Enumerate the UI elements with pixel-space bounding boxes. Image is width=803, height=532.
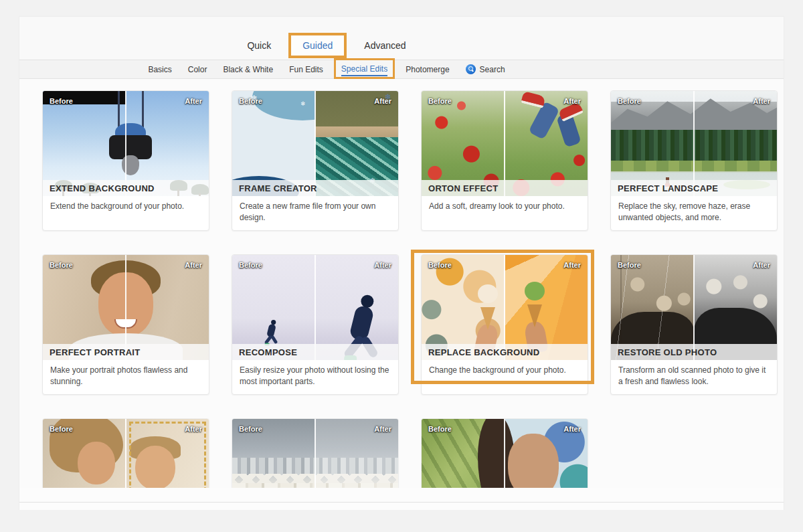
tab-color[interactable]: Color [188,65,207,74]
card-title-band: REPLACE BACKGROUND [422,344,588,360]
after-label: After [374,261,391,269]
before-after-preview: Before After [232,419,398,488]
before-after-preview: Before After PERFECT LANDSCAPE [611,91,777,196]
card-title: PERFECT PORTRAIT [50,347,141,357]
card-restore-old-photo[interactable]: Before After RESTORE OLD PHOTO Transform… [610,254,778,395]
before-after-preview: Before After PERFECT PORTRAIT [43,255,209,360]
art-layer [527,304,542,327]
tab-quick[interactable]: Quick [247,39,271,52]
card-description: Make your portrait photos flawless and s… [43,360,209,392]
tab-advanced[interactable]: Advanced [364,39,406,52]
before-label: Before [50,425,73,433]
before-after-preview: Before After RESTORE OLD PHOTO [611,255,777,360]
before-after-preview: Before After [422,419,588,488]
before-label: Before [239,261,262,269]
art-layer [508,434,559,488]
card-title: REPLACE BACKGROUND [428,347,539,357]
before-label: Before [428,97,452,105]
card-description: Replace the sky, remove haze, erase unwa… [611,196,777,228]
art-layer [353,306,371,340]
before-after-divider [125,419,126,488]
card-description: Change the background of your photo. [422,360,588,381]
card-extend-background[interactable]: Before After EXTEND BACKGROUND Extend th… [42,90,209,231]
card-description: Create a new frame file from your own de… [232,196,398,228]
art-layer [525,282,545,300]
card-description: Extend the background of your photo. [43,196,209,217]
card-perfect-portrait[interactable]: Before After PERFECT PORTRAIT Make your … [42,254,209,395]
category-bar: Basics Color Black & White Fun Edits Spe… [19,60,784,79]
before-after-preview: ❄ ❄ ❄ ❄ Before After FRAME CREATOR [232,91,398,196]
after-label: After [185,425,202,433]
card-title-band: RECOMPOSE [232,344,398,360]
card-frame-creator[interactable]: ❄ ❄ ❄ ❄ Before After FRAME CREATOR Creat… [232,90,399,231]
snowflake-icon: ❄ [300,100,306,107]
card-grid: Before After EXTEND BACKGROUND Extend th… [19,79,782,488]
footer-strip [19,488,784,503]
card-partial-watercolor[interactable]: Before After [421,418,588,488]
before-label: Before [428,261,452,269]
annotation-guided-highlight: Guided [288,33,347,58]
after-label: After [563,261,581,269]
guided-edits-content[interactable]: Before After EXTEND BACKGROUND Extend th… [19,79,784,488]
guided-edit-panel: Quick Guided Advanced Basics Color Black… [19,16,784,510]
card-partial-family-frame[interactable]: Before After [42,418,209,488]
before-after-preview: Before After EXTEND BACKGROUND [43,91,209,196]
after-label: After [374,97,391,105]
before-after-divider [315,419,316,488]
mode-bar: Quick Guided Advanced [19,17,784,60]
card-replace-background[interactable]: Before After REPLACE BACKGROUND Change t… [421,254,588,395]
search-icon [466,64,476,74]
card-partial-city-tiltshift[interactable]: Before After [232,418,399,488]
card-orton-effect[interactable]: Before After ORTON EFFECT Add a soft, dr… [421,90,588,231]
annotation-special-edits-highlight: Special Edits [334,58,395,79]
card-perfect-landscape[interactable]: Before After PERFECT LANDSCAPE Replace t… [610,90,778,231]
art-layer [268,324,274,337]
card-recompose[interactable]: Before After RECOMPOSE Easily resize you… [232,254,399,395]
tab-photomerge[interactable]: Photomerge [406,65,449,74]
tab-fun-edits[interactable]: Fun Edits [289,65,323,74]
before-label: Before [50,97,73,105]
after-label: After [185,261,202,269]
card-title: FRAME CREATOR [239,183,317,193]
tab-guided[interactable]: Guided [302,40,333,51]
tab-basics[interactable]: Basics [148,65,171,74]
after-label: After [753,261,770,269]
after-label: After [563,97,581,105]
before-label: Before [50,261,73,269]
before-after-preview: Before After [43,419,209,488]
after-label: After [563,425,581,433]
art-layer [480,307,495,330]
before-after-preview: Before After REPLACE BACKGROUND [422,255,588,360]
tab-special-edits[interactable]: Special Edits [341,64,387,76]
card-title-band: ORTON EFFECT [422,180,588,196]
card-title-band: PERFECT PORTRAIT [43,344,209,360]
card-title-band: PERFECT LANDSCAPE [611,180,777,196]
card-title: ORTON EFFECT [428,183,498,193]
card-description: Transform an old scanned photo to give i… [611,360,777,392]
search-label: Search [480,65,505,74]
before-after-preview: Before After ORTON EFFECT [422,91,588,196]
tab-black-white[interactable]: Black & White [223,65,273,74]
footer-strip [19,503,784,510]
before-label: Before [618,97,641,105]
card-title-band: EXTEND BACKGROUND [43,180,209,196]
card-title-band: FRAME CREATOR [232,180,398,196]
card-description: Add a soft, dreamy look to your photo. [422,196,588,217]
card-title: EXTEND BACKGROUND [50,183,155,193]
before-label: Before [239,425,262,433]
search-control[interactable]: Search [466,64,505,74]
art-layer [78,442,115,484]
card-title: RESTORE OLD PHOTO [618,347,717,357]
after-label: After [753,97,770,105]
before-label: Before [239,97,262,105]
after-label: After [185,97,202,105]
category-tabs: Basics Color Black & White Fun Edits Spe… [148,63,505,76]
art-layer [478,284,498,303]
card-title: PERFECT LANDSCAPE [618,183,718,193]
card-title-band: RESTORE OLD PHOTO [611,344,777,360]
card-description: Easily resize your photo without losing … [232,360,398,392]
art-layer [122,155,139,175]
before-after-preview: Before After RECOMPOSE [232,255,398,360]
before-label: Before [428,425,452,433]
card-title: RECOMPOSE [239,347,297,357]
